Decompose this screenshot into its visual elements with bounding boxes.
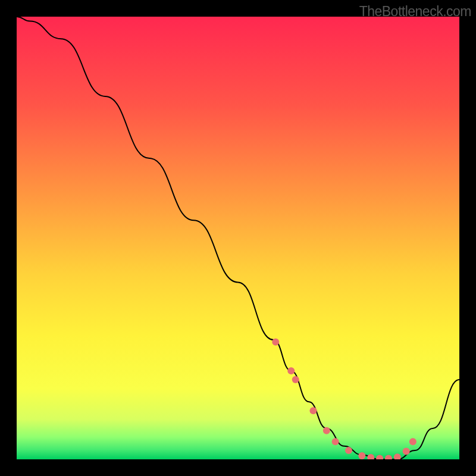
data-marker [376,455,383,459]
data-marker [272,339,279,346]
chart-area [17,17,459,459]
bottleneck-curve [17,17,459,459]
data-marker [292,376,299,383]
data-marker [385,455,392,459]
data-marker [332,438,339,445]
data-marker [345,447,352,454]
marker-group [272,339,416,459]
data-marker [367,454,374,459]
data-marker [394,453,401,459]
watermark-text: TheBottleneck.com [359,4,471,20]
data-marker [287,367,295,374]
data-marker [403,448,410,455]
chart-curve-layer [17,17,459,459]
data-marker [323,427,330,434]
data-marker [358,452,365,459]
data-marker [409,438,416,445]
data-marker [309,407,317,414]
